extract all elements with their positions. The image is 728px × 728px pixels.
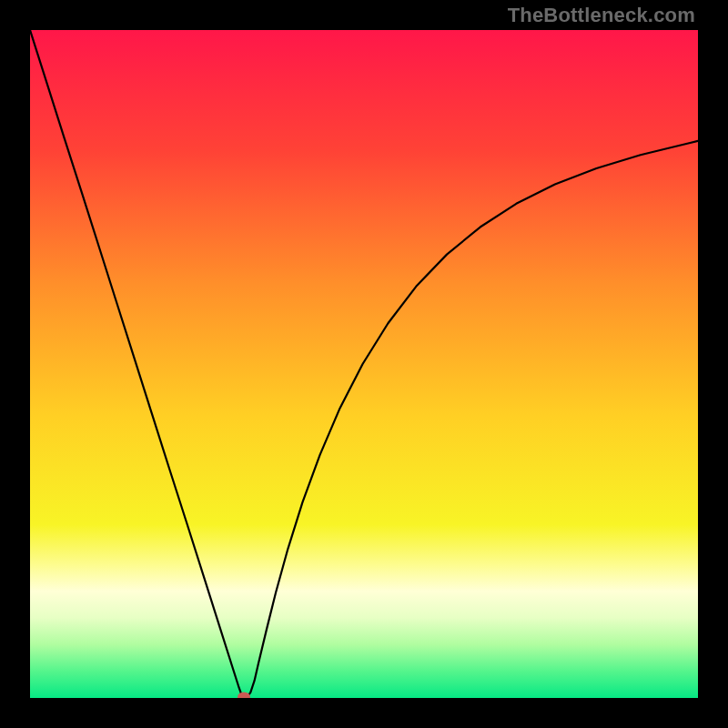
plot-area: [30, 30, 698, 698]
watermark-text: TheBottleneck.com: [508, 4, 695, 27]
chart-frame: TheBottleneck.com: [0, 0, 728, 728]
minimum-marker: [238, 692, 250, 698]
curve-layer: [30, 30, 698, 698]
bottleneck-curve: [30, 30, 698, 697]
